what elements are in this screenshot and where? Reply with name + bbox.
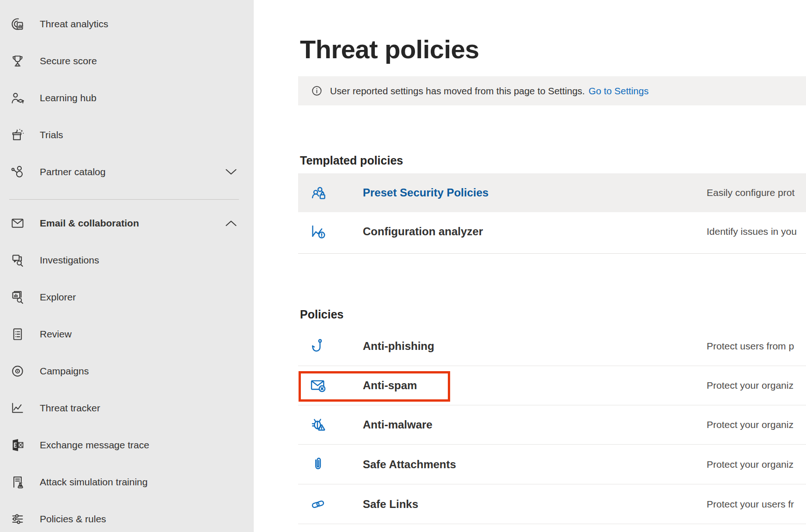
chevron-up-icon[interactable] [225,220,237,227]
explorer-icon [10,289,25,305]
banner-message: User reported settings has moved from th… [330,86,585,97]
sidebar-item-label: Partner catalog [40,166,105,177]
go-to-settings-link[interactable]: Go to Settings [589,86,649,97]
policy-link-anti-phishing[interactable]: Anti-phishing [363,340,434,353]
policy-description: Protect your organiz [707,459,794,470]
sidebar-item-label: Policies & rules [40,514,106,525]
sidebar-item-threat-analytics[interactable]: Threat analytics [0,6,254,43]
policy-row-configuration-analyzer[interactable]: Configuration analyzer Identify issues i… [298,212,806,251]
sidebar-item-trials[interactable]: Trials [0,116,254,153]
policy-description: Protect your organiz [707,380,794,391]
policy-row-anti-phishing[interactable]: Anti-phishing Protect users from p [298,327,806,366]
sidebar-item-label: Investigations [40,255,99,266]
sidebar-item-review[interactable]: Review [0,316,254,353]
sidebar-item-label: Learning hub [40,92,97,104]
sidebar-item-partner-catalog[interactable]: Partner catalog [0,153,254,190]
policy-row-safe-attachments[interactable]: Safe Attachments Protect your organiz [298,445,806,484]
section-heading-templated-policies: Templated policies [300,154,403,167]
sidebar: Threat analytics Secure score [0,0,254,532]
policy-row-anti-spam[interactable]: Anti-spam Protect your organiz [298,366,806,405]
sidebar-item-secure-score[interactable]: Secure score [0,43,254,79]
trials-gift-icon [10,127,25,143]
policy-row-anti-malware[interactable]: Anti-malware Protect your organiz [298,405,806,445]
anti-phishing-hook-icon [309,337,327,355]
exchange-icon [10,437,25,453]
sidebar-item-explorer[interactable]: Explorer [0,279,254,316]
sidebar-item-label: Campaigns [40,366,89,377]
trophy-icon [10,53,25,69]
policy-link-anti-spam[interactable]: Anti-spam [363,379,417,392]
page-title: Threat policies [300,34,479,64]
sliders-icon [10,511,25,527]
threat-tracker-chart-icon [10,400,25,416]
configuration-analyzer-icon [309,223,327,240]
anti-spam-envelope-icon [309,377,327,394]
campaigns-target-icon [10,363,25,379]
sidebar-item-exchange-message-trace[interactable]: Exchange message trace [0,427,254,464]
sidebar-item-label: Review [40,329,72,340]
sidebar-item-label: Attack simulation training [40,477,147,488]
sidebar-item-campaigns[interactable]: Campaigns [0,353,254,390]
sidebar-item-label: Email & collaboration [40,218,139,229]
preset-security-policies-icon [309,184,327,202]
attack-simulation-icon [10,474,25,490]
policy-link-preset-security-policies[interactable]: Preset Security Policies [363,186,488,199]
policy-link-safe-links[interactable]: Safe Links [363,498,418,511]
policy-link-anti-malware[interactable]: Anti-malware [363,418,433,431]
review-icon [10,326,25,342]
policy-description: Protect your users fr [707,499,794,510]
info-icon [311,85,323,97]
anti-malware-bug-icon [309,416,327,434]
policy-row-preset-security-policies[interactable]: Preset Security Policies Easily configur… [298,173,806,212]
email-icon [10,215,25,231]
investigations-icon [10,252,25,268]
sidebar-item-label: Exchange message trace [40,440,149,451]
threat-analytics-icon [10,16,25,32]
sidebar-divider [9,199,239,200]
policy-row-safe-links[interactable]: Safe Links Protect your users fr [298,485,806,524]
paperclip-icon [309,456,327,473]
info-banner: User reported settings has moved from th… [298,76,806,105]
chevron-down-icon[interactable] [225,169,237,176]
partner-catalog-icon [10,164,25,180]
policy-description: Protect your organiz [707,419,794,430]
sidebar-item-email-collaboration[interactable]: Email & collaboration [0,205,254,242]
policy-description: Protect users from p [707,341,794,352]
sidebar-item-attack-simulation-training[interactable]: Attack simulation training [0,464,254,501]
policy-link-configuration-analyzer[interactable]: Configuration analyzer [363,225,483,238]
sidebar-item-investigations[interactable]: Investigations [0,242,254,279]
sidebar-item-learning-hub[interactable]: Learning hub [0,79,254,116]
sidebar-item-label: Threat analytics [40,18,108,30]
policy-description: Identify issues in you [707,226,797,237]
safe-links-chain-icon [309,495,327,513]
sidebar-item-label: Threat tracker [40,403,100,414]
sidebar-item-threat-tracker[interactable]: Threat tracker [0,390,254,427]
sidebar-item-label: Trials [40,129,63,141]
policy-link-safe-attachments[interactable]: Safe Attachments [363,458,456,471]
section-heading-policies: Policies [300,308,344,321]
sidebar-item-label: Secure score [40,55,97,67]
learning-hub-icon [10,90,25,106]
section-divider [298,253,806,254]
threat-policies-page: Threat analytics Secure score [0,0,806,532]
sidebar-item-label: Explorer [40,292,76,303]
sidebar-item-policies-rules[interactable]: Policies & rules [0,501,254,532]
policy-description: Easily configure prot [707,187,794,198]
